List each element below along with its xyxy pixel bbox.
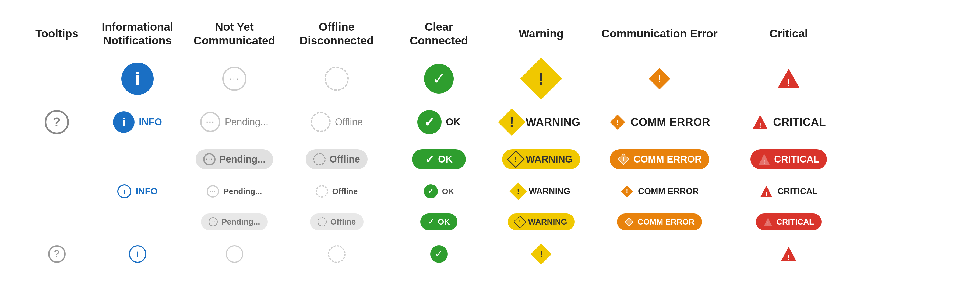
comm-error-label: COMM ERROR — [630, 116, 710, 129]
critical-with-label: ! CRITICAL — [751, 114, 826, 131]
offline-pill-sm-label: Offline — [331, 217, 356, 226]
critical-icon-tiny: ! — [780, 245, 797, 263]
row1-offline — [285, 55, 388, 102]
icon-grid: Tooltips Informational Notifications Not… — [22, 13, 958, 270]
svg-text:!: ! — [759, 121, 761, 130]
warning-tiny-exclamation: ! — [540, 249, 542, 259]
critical-pill-label: CRITICAL — [774, 153, 819, 165]
critical-pill-sm-label: CRITICAL — [776, 217, 814, 226]
offline-sm-label: Offline — [332, 187, 358, 196]
pending-sm-with-label: ··· Pending... — [207, 185, 262, 198]
row1-pending: ··· — [183, 55, 285, 102]
check-tiny: ✓ — [435, 248, 443, 259]
row1-comm-error: ! — [592, 55, 727, 102]
row5-warning-pill-sm: ! WARNING — [490, 206, 592, 238]
pending-pill-icon: ··· — [203, 153, 216, 165]
info-icon-sm: i — [117, 184, 131, 198]
ok-label: OK — [446, 117, 460, 128]
warning-pill-sm-exclamation: ! — [519, 219, 521, 224]
info-sm-label: INFO — [135, 186, 158, 197]
header-tooltips: Tooltips — [22, 13, 92, 55]
comm-error-pill: ! COMM ERROR — [610, 149, 709, 169]
ok-pill-sm-check: ✓ — [428, 217, 434, 226]
row5-pending-pill-sm: ··· Pending... — [183, 206, 285, 238]
row3-comm-pill: ! COMM ERROR — [592, 142, 727, 177]
comm-error-icon-lg: ! — [648, 67, 671, 91]
dots-pill-sm: ··· — [210, 220, 216, 224]
pending-pill-sm: ··· Pending... — [201, 213, 267, 230]
main-container: Tooltips Informational Notifications Not… — [6, 2, 974, 281]
warning-pill-icon: ! — [507, 150, 525, 168]
row4-offline-sm: Offline — [285, 177, 388, 206]
offline-icon-sm — [310, 112, 331, 132]
ok-pill-check: ✓ — [425, 153, 434, 165]
info-i: i — [122, 115, 126, 129]
warning-sm-label: WARNING — [529, 186, 570, 196]
row1-warning: ! — [490, 55, 592, 102]
warning-pill-sm-label: WARNING — [528, 217, 567, 226]
comm-error-with-label: ! COMM ERROR — [609, 114, 710, 131]
row2-warning-label: ! WARNING — [490, 102, 592, 142]
warning-label: WARNING — [526, 116, 581, 129]
header-offline: Offline Disconnected — [285, 13, 388, 55]
row1-tooltips — [22, 55, 92, 102]
warning-diamond-lg: ! — [520, 58, 562, 100]
row5-tooltips — [22, 206, 92, 238]
row2-pending: ··· Pending... — [183, 102, 285, 142]
warning-pill-label: WARNING — [526, 153, 573, 165]
header-not-communicated: Not Yet Communicated — [183, 13, 285, 55]
row3-offline-pill: Offline — [285, 142, 388, 177]
pending-icon-sm: ··· — [200, 112, 220, 132]
pending-sm-label: Pending... — [223, 187, 262, 196]
tooltip-question-circle: ? — [45, 110, 69, 134]
comm-pill-label: COMM ERROR — [633, 153, 702, 165]
svg-text:!: ! — [626, 188, 628, 195]
offline-label: Offline — [335, 117, 363, 128]
info-with-label: i INFO — [113, 111, 162, 133]
critical-pill: ! CRITICAL — [751, 149, 827, 169]
svg-text:!: ! — [658, 73, 662, 84]
pending-pill-sm-icon: ··· — [208, 217, 218, 226]
offline-pill-sm: Offline — [310, 213, 364, 230]
ok-sm-with-label: ✓ OK — [424, 184, 454, 198]
comm-pill-sm-label: COMM ERROR — [638, 217, 695, 226]
warning-with-label: ! WARNING — [502, 112, 581, 132]
header-critical: Critical — [727, 13, 851, 55]
info-icon-xl: i — [121, 62, 154, 95]
ok-pill-label: OK — [438, 153, 453, 165]
ok-with-label: ✓ OK — [417, 110, 460, 134]
row4-critical-sm: ! CRITICAL — [727, 177, 851, 206]
row1-info: i — [92, 55, 183, 102]
comm-sm-label: COMM ERROR — [638, 186, 699, 196]
critical-icon-lg: ! — [776, 67, 801, 91]
comm-error-icon-md: ! — [609, 114, 626, 131]
offline-pill-sm-icon — [318, 217, 327, 226]
check-mark-md: ✓ — [424, 115, 435, 130]
offline-with-label: Offline — [310, 112, 363, 132]
dots: ··· — [205, 156, 213, 163]
pending-pill: ··· Pending... — [196, 149, 273, 169]
row6-warning: ! — [490, 238, 592, 270]
row6-pending: ··· — [183, 238, 285, 270]
comm-pill-sm-icon: ! — [625, 217, 634, 226]
critical-sm-with-label: ! CRITICAL — [760, 185, 818, 198]
row6-info: i — [92, 238, 183, 270]
svg-text:!: ! — [787, 77, 791, 88]
svg-text:!: ! — [767, 221, 768, 226]
ok-pill: ✓ OK — [412, 149, 466, 169]
pending-with-label: ··· Pending... — [200, 112, 268, 132]
row6-tooltips: ? — [22, 238, 92, 270]
row3-critical-pill: ! CRITICAL — [727, 142, 851, 177]
svg-text:!: ! — [763, 158, 765, 165]
info-i-bottom: i — [136, 249, 138, 259]
offline-pill-icon — [313, 153, 326, 165]
row3-pending-pill: ··· Pending... — [183, 142, 285, 177]
svg-text:!: ! — [788, 253, 790, 261]
ok-pill-sm-label: OK — [438, 217, 450, 226]
row2-ok-label: ✓ OK — [388, 102, 490, 142]
svg-text:!: ! — [628, 220, 630, 224]
pending-dots-sm: ··· — [206, 118, 215, 126]
pending-label: Pending... — [225, 117, 268, 128]
info-outline-sm: i — [129, 245, 146, 263]
row3-warning-pill: ! WARNING — [490, 142, 592, 177]
